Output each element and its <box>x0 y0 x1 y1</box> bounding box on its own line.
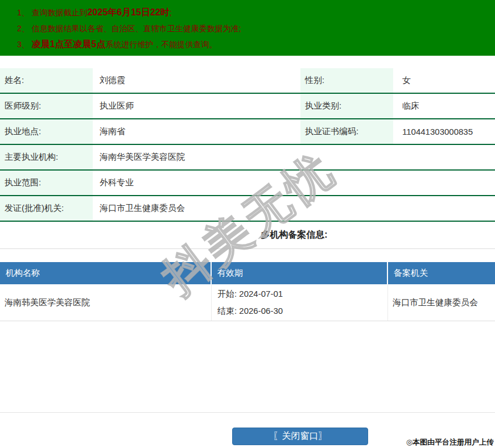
notice-1-bold: 2025年6月15日22时 <box>88 7 170 17</box>
filing-table-header-row: 机构名称 有效期 备案机关 <box>0 262 495 284</box>
field-label-practice-type: 执业类别: <box>300 94 393 119</box>
notice-line-3: 3、 凌晨1点至凌晨5点系统进行维护，不能提供查询。 <box>17 36 489 52</box>
filing-header-authority: 备案机关 <box>388 262 495 284</box>
field-label-practice-place: 执业地点: <box>0 119 93 145</box>
field-value-gender: 女 <box>393 68 495 94</box>
notice-3-bold: 凌晨1点至凌晨5点 <box>32 39 106 49</box>
field-label-issuing-authority: 发证(批准)机关: <box>0 196 93 222</box>
field-value-issuing-authority: 海口市卫生健康委员会 <box>93 196 495 222</box>
notice-1-suffix: ; <box>170 8 172 17</box>
notice-panel: 1、 查询数据截止到2025年6月15日22时; 2、 信息数据结果以各省、自治… <box>0 0 495 56</box>
filing-table-row: 海南韩美医学美容医院 开始: 2024-07-01 结束: 2026-06-30… <box>0 284 495 321</box>
filing-header-validity: 有效期 <box>212 262 388 284</box>
filing-validity-start: 开始: 2024-07-01 <box>217 285 283 302</box>
doctor-info-table: 姓名: 刘德霞 性别: 女 医师级别: 执业医师 执业类别: 临床 执业地点: … <box>0 68 495 222</box>
field-value-certificate-no: 110441303000835 <box>393 119 495 145</box>
field-value-main-institution: 海南华美医学美容医院 <box>93 145 495 171</box>
field-value-practice-type: 临床 <box>393 94 495 119</box>
filing-cell-authority: 海口市卫生健康委员会 <box>388 284 495 321</box>
filing-cell-validity: 开始: 2024-07-01 结束: 2026-06-30 <box>212 284 388 321</box>
field-label-certificate-no: 执业证书编码: <box>300 119 393 145</box>
field-label-main-institution: 主要执业机构: <box>0 145 93 171</box>
field-value-practice-scope: 外科专业 <box>93 171 495 196</box>
field-label-gender: 性别: <box>300 68 393 94</box>
filing-table: 机构名称 有效期 备案机关 海南韩美医学美容医院 开始: 2024-07-01 … <box>0 262 495 413</box>
field-value-practice-place: 海南省 <box>93 119 300 145</box>
notice-line-2: 2、 信息数据结果以各省、自治区、直辖市卫生健康委数据为准; <box>17 20 489 36</box>
notice-3-suffix: 系统进行维护，不能提供查询。 <box>105 40 217 49</box>
field-value-doctor-level: 执业医师 <box>93 94 300 119</box>
filing-header-institution: 机构名称 <box>0 262 212 284</box>
filing-table-empty-area <box>0 321 495 413</box>
filing-section-heading-text: 多机构备案信息: <box>261 229 327 241</box>
field-value-name: 刘德霞 <box>93 68 300 94</box>
field-label-doctor-level: 医师级别: <box>0 94 93 119</box>
filing-section-heading: 多机构备案信息: <box>0 222 495 249</box>
notice-line-1: 1、 查询数据截止到2025年6月15日22时; <box>17 5 489 20</box>
uploader-note: ◎本图由平台注册用户上传 <box>406 437 494 447</box>
notice-2-text: 2、 信息数据结果以各省、自治区、直辖市卫生健康委数据为准; <box>17 24 241 33</box>
filing-cell-institution: 海南韩美医学美容医院 <box>0 284 212 321</box>
field-label-name: 姓名: <box>0 68 93 94</box>
close-window-button[interactable]: 〖关闭窗口〗 <box>232 428 368 445</box>
filing-validity-end: 结束: 2026-06-30 <box>217 302 283 320</box>
notice-3-text: 3、 <box>17 40 32 49</box>
field-label-practice-scope: 执业范围: <box>0 171 93 196</box>
notice-1-text: 1、 查询数据截止到 <box>17 8 88 17</box>
